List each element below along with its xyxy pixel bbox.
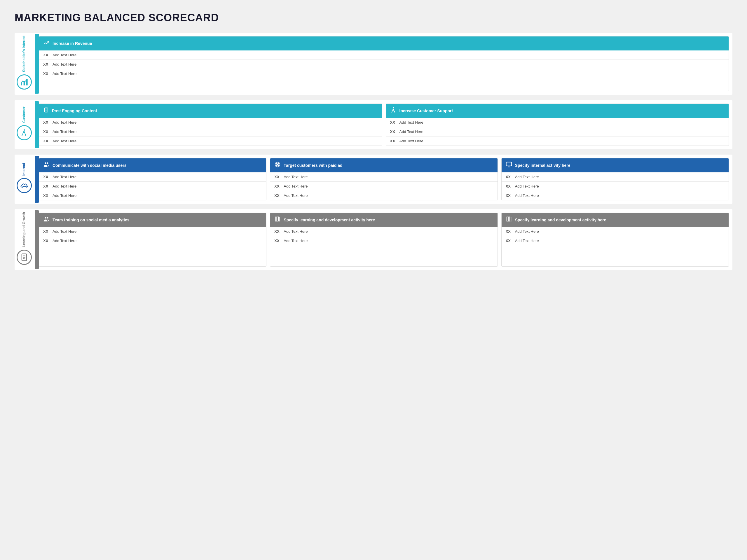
card-increase-customer-support: Increase Customer SupportXXAdd Text Here… bbox=[386, 104, 729, 146]
row-text: Add Text Here bbox=[284, 229, 308, 234]
card-header-text-specify-learning-1: Specify learning and development activit… bbox=[284, 217, 375, 222]
card-header-text-specify-learning-2: Specify learning and development activit… bbox=[515, 217, 607, 222]
card-communicate-social: Communicate with social media usersXXAdd… bbox=[39, 158, 266, 201]
row-xx-label: XX bbox=[390, 120, 396, 125]
label-wrap-stakeholders: Stakeholder's Interest bbox=[15, 33, 33, 95]
row-text: Add Text Here bbox=[400, 130, 423, 134]
svg-point-13 bbox=[45, 162, 47, 164]
table-row: XXAdd Text Here bbox=[39, 182, 266, 191]
card-rows-increase-revenue: XXAdd Text HereXXAdd Text HereXXAdd Text… bbox=[39, 50, 729, 91]
row-xx-label: XX bbox=[43, 139, 49, 143]
card-target-customers: Target customers with paid adXXAdd Text … bbox=[270, 158, 497, 201]
row-xx-label: XX bbox=[506, 193, 512, 198]
card-header-target-customers: Target customers with paid ad bbox=[270, 158, 497, 172]
card-header-icon-team-training bbox=[43, 216, 50, 224]
table-row: XXAdd Text Here bbox=[501, 191, 729, 200]
table-row: XXAdd Text Here bbox=[501, 182, 729, 191]
card-header-text-target-customers: Target customers with paid ad bbox=[284, 163, 342, 168]
row-content-internal: Communicate with social media usersXXAdd… bbox=[39, 155, 732, 204]
card-header-icon-communicate-social bbox=[43, 161, 50, 169]
card-header-communicate-social: Communicate with social media users bbox=[39, 158, 266, 172]
table-row: XXAdd Text Here bbox=[270, 227, 497, 236]
accent-bar-customer bbox=[35, 101, 39, 148]
table-row: XXAdd Text Here bbox=[270, 182, 497, 191]
row-text: Add Text Here bbox=[284, 193, 308, 198]
card-specify-learning-2: Specify learning and development activit… bbox=[501, 213, 729, 267]
table-row: XXAdd Text Here bbox=[386, 136, 729, 145]
row-xx-label: XX bbox=[43, 175, 49, 179]
card-header-text-increase-revenue: Increase in Revenue bbox=[53, 41, 92, 46]
row-text: Add Text Here bbox=[284, 184, 308, 188]
label-text-customer: Customer bbox=[22, 106, 26, 123]
card-header-specify-learning-1: Specify learning and development activit… bbox=[270, 213, 497, 227]
accent-bar-stakeholders bbox=[35, 34, 39, 94]
card-header-team-training: Team training on social media analytics bbox=[39, 213, 266, 227]
card-rows-increase-customer-support: XXAdd Text HereXXAdd Text HereXXAdd Text… bbox=[386, 118, 729, 145]
svg-rect-27 bbox=[276, 217, 277, 221]
svg-rect-28 bbox=[277, 217, 278, 221]
row-xx-label: XX bbox=[43, 184, 49, 188]
row-text: Add Text Here bbox=[515, 239, 539, 243]
card-header-post-engaging: Post Engaging Content bbox=[39, 104, 382, 118]
row-xx-label: XX bbox=[43, 72, 49, 76]
row-xx-label: XX bbox=[506, 184, 512, 188]
row-content-customer: Post Engaging ContentXXAdd Text HereXXAd… bbox=[39, 100, 732, 149]
card-header-icon-specify-learning-2 bbox=[506, 216, 512, 224]
label-wrap-learning: Learning and Growth bbox=[15, 209, 33, 270]
card-rows-specify-learning-1: XXAdd Text HereXXAdd Text Here bbox=[270, 227, 497, 266]
card-rows-post-engaging: XXAdd Text HereXXAdd Text HereXXAdd Text… bbox=[39, 118, 382, 145]
svg-point-14 bbox=[47, 162, 48, 164]
card-header-icon-target-customers bbox=[274, 161, 281, 169]
row-xx-label: XX bbox=[274, 239, 280, 243]
card-post-engaging: Post Engaging ContentXXAdd Text HereXXAd… bbox=[39, 104, 382, 146]
card-header-increase-revenue: Increase in Revenue bbox=[39, 36, 729, 50]
card-rows-specify-internal: XXAdd Text HereXXAdd Text HereXXAdd Text… bbox=[501, 172, 729, 200]
row-text: Add Text Here bbox=[400, 120, 423, 125]
row-text: Add Text Here bbox=[53, 62, 76, 66]
card-header-icon-post-engaging bbox=[43, 107, 49, 114]
row-text: Add Text Here bbox=[515, 229, 539, 234]
label-text-stakeholders: Stakeholder's Interest bbox=[22, 35, 26, 72]
table-row: XXAdd Text Here bbox=[501, 236, 729, 245]
row-xx-label: XX bbox=[43, 130, 49, 134]
row-xx-label: XX bbox=[43, 53, 49, 57]
row-text: Add Text Here bbox=[53, 53, 76, 57]
table-row: XXAdd Text Here bbox=[386, 118, 729, 127]
card-header-icon-increase-customer-support bbox=[390, 107, 396, 115]
svg-point-26 bbox=[47, 217, 48, 219]
row-xx-label: XX bbox=[506, 229, 512, 234]
row-text: Add Text Here bbox=[400, 139, 423, 143]
label-icon-customer bbox=[17, 125, 32, 140]
table-row: XXAdd Text Here bbox=[39, 236, 266, 245]
card-specify-learning-1: Specify learning and development activit… bbox=[270, 213, 497, 267]
row-text: Add Text Here bbox=[515, 175, 539, 179]
row-xx-label: XX bbox=[43, 229, 49, 234]
card-header-text-communicate-social: Communicate with social media users bbox=[53, 163, 127, 168]
row-internal: InternalCommunicate with social media us… bbox=[15, 155, 732, 204]
card-header-text-increase-customer-support: Increase Customer Support bbox=[400, 108, 453, 113]
label-wrap-internal: Internal bbox=[15, 155, 33, 204]
table-row: XXAdd Text Here bbox=[501, 227, 729, 236]
table-row: XXAdd Text Here bbox=[270, 236, 497, 245]
row-text: Add Text Here bbox=[53, 175, 76, 179]
svg-rect-29 bbox=[507, 217, 508, 221]
svg-line-5 bbox=[25, 134, 26, 136]
svg-point-10 bbox=[393, 107, 394, 108]
card-header-icon-specify-internal bbox=[506, 161, 512, 169]
card-header-text-specify-internal: Specify internal activity here bbox=[515, 163, 570, 168]
card-team-training: Team training on social media analyticsX… bbox=[39, 213, 266, 267]
svg-line-11 bbox=[392, 111, 392, 113]
row-text: Add Text Here bbox=[53, 193, 76, 198]
card-rows-target-customers: XXAdd Text HereXXAdd Text HereXXAdd Text… bbox=[270, 172, 497, 200]
table-row: XXAdd Text Here bbox=[270, 172, 497, 182]
row-text: Add Text Here bbox=[515, 193, 539, 198]
row-xx-label: XX bbox=[506, 239, 512, 243]
table-row: XXAdd Text Here bbox=[501, 172, 729, 182]
table-row: XXAdd Text Here bbox=[39, 127, 382, 136]
label-icon-internal bbox=[17, 178, 32, 193]
row-xx-label: XX bbox=[43, 193, 49, 198]
table-row: XXAdd Text Here bbox=[39, 136, 382, 145]
row-text: Add Text Here bbox=[53, 239, 76, 243]
card-header-specify-learning-2: Specify learning and development activit… bbox=[501, 213, 729, 227]
label-text-internal: Internal bbox=[22, 163, 26, 176]
